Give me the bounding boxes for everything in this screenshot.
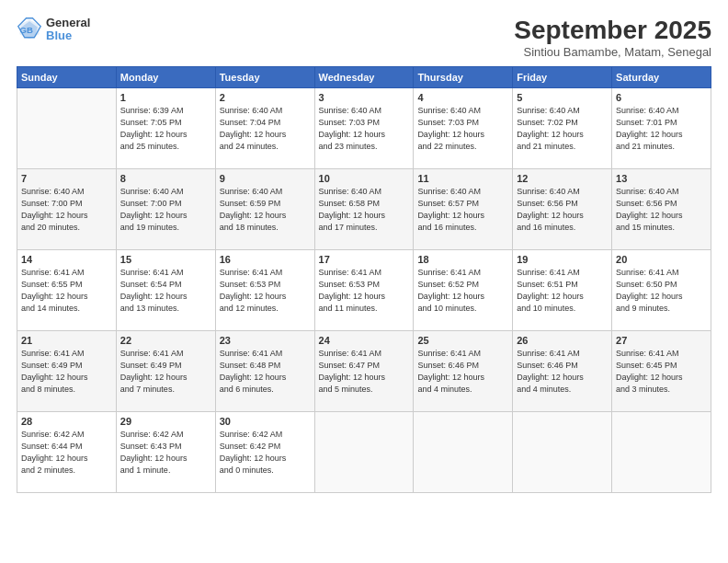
- calendar-cell: 7Sunrise: 6:40 AM Sunset: 7:00 PM Daylig…: [17, 168, 117, 249]
- calendar-cell: 27Sunrise: 6:41 AM Sunset: 6:45 PM Dayli…: [612, 330, 711, 411]
- day-number: 15: [120, 254, 211, 265]
- day-info: Sunrise: 6:40 AM Sunset: 7:02 PM Dayligh…: [517, 105, 608, 153]
- day-number: 12: [517, 173, 608, 184]
- day-number: 18: [417, 254, 508, 265]
- calendar-cell: 12Sunrise: 6:40 AM Sunset: 6:56 PM Dayli…: [513, 168, 612, 249]
- day-info: Sunrise: 6:40 AM Sunset: 6:56 PM Dayligh…: [517, 186, 608, 234]
- calendar-cell: 9Sunrise: 6:40 AM Sunset: 6:59 PM Daylig…: [215, 168, 314, 249]
- day-number: 7: [21, 173, 112, 184]
- location-subtitle: Sintiou Bamambe, Matam, Senegal: [514, 45, 711, 59]
- day-number: 4: [417, 92, 508, 103]
- day-info: Sunrise: 6:40 AM Sunset: 6:57 PM Dayligh…: [417, 186, 508, 234]
- day-number: 8: [120, 173, 211, 184]
- weekday-header-thursday: Thursday: [414, 66, 513, 87]
- calendar-cell: [612, 411, 711, 492]
- calendar-cell: 1Sunrise: 6:39 AM Sunset: 7:05 PM Daylig…: [116, 87, 215, 168]
- day-info: Sunrise: 6:41 AM Sunset: 6:48 PM Dayligh…: [220, 348, 311, 396]
- calendar-cell: 10Sunrise: 6:40 AM Sunset: 6:58 PM Dayli…: [314, 168, 414, 249]
- day-number: 10: [319, 173, 410, 184]
- day-number: 9: [220, 173, 311, 184]
- day-number: 30: [220, 416, 311, 427]
- calendar-cell: 19Sunrise: 6:41 AM Sunset: 6:51 PM Dayli…: [513, 249, 612, 330]
- calendar-cell: 29Sunrise: 6:42 AM Sunset: 6:43 PM Dayli…: [116, 411, 215, 492]
- day-info: Sunrise: 6:41 AM Sunset: 6:50 PM Dayligh…: [616, 267, 707, 315]
- calendar-cell: 26Sunrise: 6:41 AM Sunset: 6:46 PM Dayli…: [513, 330, 612, 411]
- calendar-header: SundayMondayTuesdayWednesdayThursdayFrid…: [17, 66, 711, 87]
- calendar-cell: 22Sunrise: 6:41 AM Sunset: 6:49 PM Dayli…: [116, 330, 215, 411]
- calendar-cell: [513, 411, 612, 492]
- logo-line1: General: [46, 17, 90, 29]
- calendar-cell: 11Sunrise: 6:40 AM Sunset: 6:57 PM Dayli…: [414, 168, 513, 249]
- calendar-week-5: 28Sunrise: 6:42 AM Sunset: 6:44 PM Dayli…: [17, 411, 711, 492]
- day-info: Sunrise: 6:41 AM Sunset: 6:53 PM Dayligh…: [319, 267, 410, 315]
- weekday-header-saturday: Saturday: [612, 66, 711, 87]
- calendar-cell: 4Sunrise: 6:40 AM Sunset: 7:03 PM Daylig…: [414, 87, 513, 168]
- title-block: September 2025 Sintiou Bamambe, Matam, S…: [514, 17, 711, 59]
- day-info: Sunrise: 6:42 AM Sunset: 6:42 PM Dayligh…: [220, 429, 311, 477]
- logo-text: General Blue: [46, 17, 90, 43]
- calendar-week-4: 21Sunrise: 6:41 AM Sunset: 6:49 PM Dayli…: [17, 330, 711, 411]
- day-info: Sunrise: 6:40 AM Sunset: 6:59 PM Dayligh…: [220, 186, 311, 234]
- day-info: Sunrise: 6:41 AM Sunset: 6:47 PM Dayligh…: [319, 348, 410, 396]
- calendar-cell: 21Sunrise: 6:41 AM Sunset: 6:49 PM Dayli…: [17, 330, 117, 411]
- weekday-header-row: SundayMondayTuesdayWednesdayThursdayFrid…: [17, 66, 711, 87]
- day-info: Sunrise: 6:40 AM Sunset: 6:58 PM Dayligh…: [319, 186, 410, 234]
- logo-icon: GB: [17, 17, 42, 42]
- day-info: Sunrise: 6:41 AM Sunset: 6:46 PM Dayligh…: [417, 348, 508, 396]
- day-number: 5: [517, 92, 608, 103]
- day-info: Sunrise: 6:40 AM Sunset: 7:04 PM Dayligh…: [220, 105, 311, 153]
- day-info: Sunrise: 6:39 AM Sunset: 7:05 PM Dayligh…: [120, 105, 211, 153]
- day-info: Sunrise: 6:41 AM Sunset: 6:54 PM Dayligh…: [120, 267, 211, 315]
- day-info: Sunrise: 6:41 AM Sunset: 6:55 PM Dayligh…: [21, 267, 112, 315]
- calendar-cell: 20Sunrise: 6:41 AM Sunset: 6:50 PM Dayli…: [612, 249, 711, 330]
- day-number: 29: [120, 416, 211, 427]
- calendar-page: GB General Blue September 2025 Sintiou B…: [0, 0, 728, 563]
- day-number: 23: [220, 335, 311, 346]
- calendar-week-1: 1Sunrise: 6:39 AM Sunset: 7:05 PM Daylig…: [17, 87, 711, 168]
- calendar-cell: 18Sunrise: 6:41 AM Sunset: 6:52 PM Dayli…: [414, 249, 513, 330]
- day-number: 28: [21, 416, 112, 427]
- logo-line2: Blue: [46, 29, 90, 42]
- calendar-cell: 8Sunrise: 6:40 AM Sunset: 7:00 PM Daylig…: [116, 168, 215, 249]
- calendar-cell: 16Sunrise: 6:41 AM Sunset: 6:53 PM Dayli…: [215, 249, 314, 330]
- day-number: 26: [517, 335, 608, 346]
- day-number: 3: [319, 92, 410, 103]
- day-info: Sunrise: 6:40 AM Sunset: 7:01 PM Dayligh…: [616, 105, 707, 153]
- calendar-cell: 23Sunrise: 6:41 AM Sunset: 6:48 PM Dayli…: [215, 330, 314, 411]
- day-number: 27: [616, 335, 707, 346]
- month-title: September 2025: [514, 17, 711, 45]
- day-info: Sunrise: 6:41 AM Sunset: 6:51 PM Dayligh…: [517, 267, 608, 315]
- calendar-cell: 2Sunrise: 6:40 AM Sunset: 7:04 PM Daylig…: [215, 87, 314, 168]
- day-number: 17: [319, 254, 410, 265]
- day-info: Sunrise: 6:41 AM Sunset: 6:49 PM Dayligh…: [21, 348, 112, 396]
- day-number: 22: [120, 335, 211, 346]
- day-info: Sunrise: 6:41 AM Sunset: 6:53 PM Dayligh…: [220, 267, 311, 315]
- day-number: 19: [517, 254, 608, 265]
- day-info: Sunrise: 6:41 AM Sunset: 6:49 PM Dayligh…: [120, 348, 211, 396]
- svg-text:GB: GB: [20, 25, 33, 35]
- day-info: Sunrise: 6:40 AM Sunset: 7:03 PM Dayligh…: [417, 105, 508, 153]
- day-number: 16: [220, 254, 311, 265]
- calendar-week-2: 7Sunrise: 6:40 AM Sunset: 7:00 PM Daylig…: [17, 168, 711, 249]
- weekday-header-monday: Monday: [116, 66, 215, 87]
- calendar-cell: 28Sunrise: 6:42 AM Sunset: 6:44 PM Dayli…: [17, 411, 117, 492]
- day-info: Sunrise: 6:42 AM Sunset: 6:43 PM Dayligh…: [120, 429, 211, 477]
- day-info: Sunrise: 6:40 AM Sunset: 7:00 PM Dayligh…: [21, 186, 112, 234]
- calendar-cell: [17, 87, 117, 168]
- calendar-week-3: 14Sunrise: 6:41 AM Sunset: 6:55 PM Dayli…: [17, 249, 711, 330]
- day-info: Sunrise: 6:40 AM Sunset: 7:00 PM Dayligh…: [120, 186, 211, 234]
- day-info: Sunrise: 6:41 AM Sunset: 6:46 PM Dayligh…: [517, 348, 608, 396]
- day-number: 25: [417, 335, 508, 346]
- day-number: 1: [120, 92, 211, 103]
- day-info: Sunrise: 6:41 AM Sunset: 6:45 PM Dayligh…: [616, 348, 707, 396]
- calendar-table: SundayMondayTuesdayWednesdayThursdayFrid…: [17, 66, 711, 493]
- weekday-header-wednesday: Wednesday: [314, 66, 414, 87]
- calendar-cell: 13Sunrise: 6:40 AM Sunset: 6:56 PM Dayli…: [612, 168, 711, 249]
- weekday-header-friday: Friday: [513, 66, 612, 87]
- calendar-cell: 5Sunrise: 6:40 AM Sunset: 7:02 PM Daylig…: [513, 87, 612, 168]
- calendar-cell: 24Sunrise: 6:41 AM Sunset: 6:47 PM Dayli…: [314, 330, 414, 411]
- weekday-header-sunday: Sunday: [17, 66, 117, 87]
- day-number: 13: [616, 173, 707, 184]
- weekday-header-tuesday: Tuesday: [215, 66, 314, 87]
- calendar-cell: [414, 411, 513, 492]
